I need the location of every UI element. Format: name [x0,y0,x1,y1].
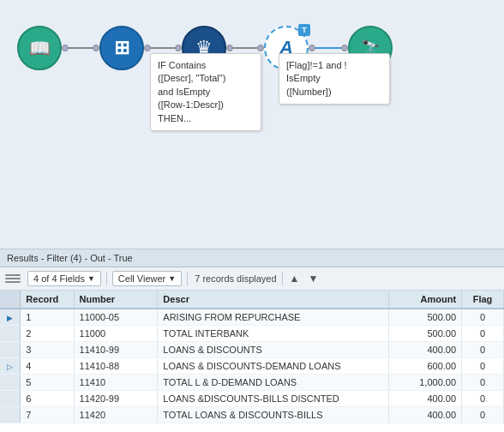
node-select[interactable]: ⊞ [99,26,144,70]
connector-4-5 [315,47,341,49]
cell-descr: TOTAL L & D-DEMAND LOANS [158,375,388,391]
node-sort[interactable]: ♛ [182,26,226,70]
port-3 [144,45,151,51]
cell-descr: TOTAL INTERBANK [158,326,388,342]
data-table-container: Record Number Descr Amount Flag ▶111000-… [0,291,504,423]
row-indicator [0,375,21,391]
connector-2-3 [151,47,175,49]
cell-number: 11420 [74,407,158,423]
cell-record: 2 [21,326,74,342]
cell-record: 7 [21,407,74,423]
cell-number: 11000 [74,326,158,342]
cell-descr: LOANS & DISCOUNTS [158,342,388,358]
node-input[interactable]: 📖 [17,26,62,70]
book-icon: 📖 [29,38,51,58]
cell-flag: 0 [462,358,504,375]
cell-amount: 400.00 [388,407,462,423]
results-toolbar: 4 of 4 Fields ▼ Cell Viewer ▼ 7 records … [0,267,504,291]
toolbar-separator-3 [282,272,283,285]
row-indicator: ▶ [0,309,21,326]
fields-label: 4 of 4 Fields [33,273,85,284]
cell-number: 11410-88 [74,358,158,375]
cell-record: 3 [21,342,74,358]
sort-up-button[interactable]: ▲ [288,271,302,286]
cell-amount: 600.00 [388,358,462,375]
cell-record: 4 [21,358,74,375]
results-panel: Results - Filter (4) - Out - True 4 of 4… [0,249,504,432]
table-header-row: Record Number Descr Amount Flag [0,291,504,309]
cell-viewer-button[interactable]: Cell Viewer ▼ [112,271,182,286]
cell-record: 1 [21,309,74,326]
col-header-record [0,291,21,309]
table-row[interactable]: 511410TOTAL L & D-DEMAND LOANS1,000.000 [0,375,504,391]
workflow-canvas: 📖 ⊞ ♛ A T 🔭 IF Contains [0,0,504,249]
cell-record: 5 [21,375,74,391]
cell-number: 11410 [74,375,158,391]
cell-flag: 0 [462,407,504,423]
table-body: ▶111000-05ARISING FROM REPURCHASE500.000… [0,309,504,423]
cell-number: 11410-99 [74,342,158,358]
table-row[interactable]: ▷411410-88LOANS & DISCOUNTS-DEMAND LOANS… [0,358,504,375]
cell-viewer-label: Cell Viewer [118,273,165,284]
port-5 [226,45,233,51]
cell-flag: 0 [462,309,504,326]
chevron-down-icon: ▼ [87,274,95,283]
data-table: Record Number Descr Amount Flag ▶111000-… [0,291,504,423]
badge-true: T [298,24,310,36]
col-header-amount[interactable]: Amount [388,291,462,309]
port-6 [257,45,264,51]
col-header-descr[interactable]: Descr [158,291,388,309]
cell-amount: 1,000.00 [388,375,462,391]
cell-amount: 500.00 [388,309,462,326]
port-2 [93,45,99,51]
cell-descr: LOANS & DISCOUNTS-DEMAND LOANS [158,358,388,375]
cell-descr: LOANS &DISCOUNTS-BILLS DISCNTED [158,391,388,407]
cell-number: 11000-05 [74,309,158,326]
chevron-down-icon-2: ▼ [168,274,176,283]
cell-record: 6 [21,391,74,407]
sort-down-button[interactable]: ▼ [306,271,320,286]
cell-amount: 400.00 [388,391,462,407]
crown-icon: ♛ [195,37,213,59]
fields-button[interactable]: 4 of 4 Fields ▼ [27,271,101,286]
cell-amount: 500.00 [388,326,462,342]
col-header-record-num[interactable]: Record [21,291,74,309]
row-indicator [0,342,21,358]
table-row[interactable]: 611420-99LOANS &DISCOUNTS-BILLS DISCNTED… [0,391,504,407]
cell-number: 11420-99 [74,391,158,407]
port-8 [341,45,348,51]
results-header: Results - Filter (4) - Out - True [0,249,504,267]
records-displayed-label: 7 records displayed [195,273,276,284]
col-header-flag[interactable]: Flag [462,291,504,309]
drag-handle [5,274,21,283]
node-formula[interactable]: A T [264,26,309,70]
toolbar-separator-2 [187,272,188,285]
col-header-number[interactable]: Number [74,291,158,309]
binoculars-icon: 🔭 [361,39,380,57]
row-indicator [0,407,21,423]
connector-3-4 [233,47,257,49]
row-indicator [0,391,21,407]
formula-icon: A [279,37,293,59]
cell-flag: 0 [462,326,504,342]
cell-flag: 0 [462,391,504,407]
results-header-text: Results - Filter (4) - Out - True [7,253,133,263]
row-indicator [0,326,21,342]
cell-amount: 400.00 [388,342,462,358]
grid-icon: ⊞ [114,37,129,59]
table-row[interactable]: 711420TOTAL LOANS & DISCOUNTS-BILLS400.0… [0,407,504,423]
cell-flag: 0 [462,342,504,358]
cell-descr: TOTAL LOANS & DISCOUNTS-BILLS [158,407,388,423]
table-row[interactable]: 211000TOTAL INTERBANK500.000 [0,326,504,342]
connector-1-2 [69,47,93,49]
row-indicator: ▷ [0,358,21,375]
port-1 [62,45,69,51]
table-row[interactable]: ▶111000-05ARISING FROM REPURCHASE500.000 [0,309,504,326]
toolbar-separator-1 [106,272,107,285]
cell-flag: 0 [462,375,504,391]
table-row[interactable]: 311410-99LOANS & DISCOUNTS400.000 [0,342,504,358]
node-browse[interactable]: 🔭 [348,26,393,70]
cell-descr: ARISING FROM REPURCHASE [158,309,388,326]
workflow-nodes: 📖 ⊞ ♛ A T 🔭 [17,26,393,70]
port-7 [309,45,315,51]
